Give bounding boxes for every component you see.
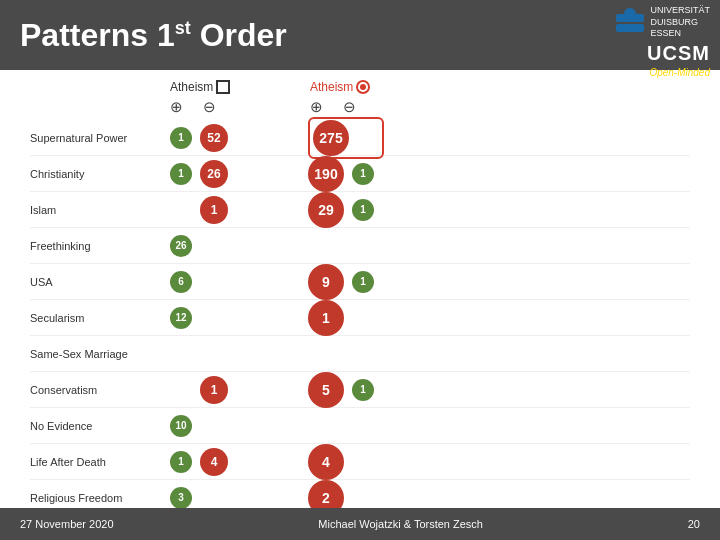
group-b: 1 bbox=[308, 300, 374, 336]
row-cells: 152275 bbox=[170, 117, 690, 159]
logo-area: UNIVERSITÄTDUISBURGESSEN UCSM Open-Minde… bbox=[616, 5, 710, 78]
group-b: 51 bbox=[308, 372, 374, 408]
table-row: No Evidence10 bbox=[30, 408, 690, 444]
data-bubble: 1 bbox=[352, 379, 374, 401]
group-b: 275 bbox=[308, 117, 384, 159]
row-label: Christianity bbox=[30, 168, 170, 180]
data-bubble: 10 bbox=[170, 415, 192, 437]
data-bubble: 1 bbox=[352, 271, 374, 293]
empty-cell bbox=[352, 307, 374, 329]
minus-symbol-2: ⊖ bbox=[343, 98, 356, 116]
row-cells: 1291 bbox=[170, 192, 690, 228]
row-label: USA bbox=[30, 276, 170, 288]
data-bubble: 190 bbox=[308, 156, 344, 192]
data-bubble: 1 bbox=[200, 376, 228, 404]
plus-symbol-2: ⊕ bbox=[310, 98, 323, 116]
sub-column-symbols: ⊕ ⊖ ⊕ ⊖ bbox=[170, 98, 690, 116]
data-bubble: 52 bbox=[200, 124, 228, 152]
column-headers: Atheism Atheism bbox=[170, 80, 690, 94]
group-a bbox=[170, 340, 280, 368]
data-bubble: 1 bbox=[170, 127, 192, 149]
empty-cell bbox=[308, 336, 344, 372]
table-row: Secularism121 bbox=[30, 300, 690, 336]
table-row: Life After Death144 bbox=[30, 444, 690, 480]
empty-cell bbox=[170, 199, 192, 221]
empty-cell bbox=[200, 412, 228, 440]
row-label: Same-Sex Marriage bbox=[30, 348, 170, 360]
row-cells bbox=[170, 336, 690, 372]
header: Patterns 1st Order UNIVERSITÄTDUISBURGES… bbox=[0, 0, 720, 70]
atheism-unchecked-group: Atheism bbox=[170, 80, 290, 94]
open-minded-text: Open-Minded bbox=[649, 67, 710, 78]
group-b: 1901 bbox=[308, 156, 374, 192]
table-row: Same-Sex Marriage bbox=[30, 336, 690, 372]
row-cells: 151 bbox=[170, 372, 690, 408]
group-a: 12 bbox=[170, 304, 280, 332]
group-b: 91 bbox=[308, 264, 374, 300]
row-label: Secularism bbox=[30, 312, 170, 324]
footer-date: 27 November 2020 bbox=[20, 518, 114, 530]
group-a: 1 bbox=[170, 196, 280, 224]
data-bubble: 4 bbox=[308, 444, 344, 480]
group-a: 126 bbox=[170, 160, 280, 188]
empty-cell bbox=[170, 379, 192, 401]
table-row: Freethinking26 bbox=[30, 228, 690, 264]
row-cells: 691 bbox=[170, 264, 690, 300]
data-bubble: 29 bbox=[308, 192, 344, 228]
data-bubble: 1 bbox=[170, 451, 192, 473]
content-area: Atheism Atheism ⊕ ⊖ ⊕ ⊖ Supernatural Pow… bbox=[0, 70, 720, 521]
data-bubble: 3 bbox=[170, 487, 192, 509]
data-bubble: 1 bbox=[170, 163, 192, 185]
table-row: Christianity1261901 bbox=[30, 156, 690, 192]
empty-cell bbox=[352, 235, 374, 257]
group-b bbox=[308, 336, 374, 372]
table-row: Islam1291 bbox=[30, 192, 690, 228]
row-label: Religious Freedom bbox=[30, 492, 170, 504]
row-cells: 10 bbox=[170, 408, 690, 444]
empty-cell bbox=[352, 487, 374, 509]
footer-page: 20 bbox=[688, 518, 700, 530]
empty-cell bbox=[308, 408, 344, 444]
atheism-checked-label: Atheism bbox=[310, 80, 353, 94]
data-bubble: 12 bbox=[170, 307, 192, 329]
data-bubble: 5 bbox=[308, 372, 344, 408]
empty-cell bbox=[352, 415, 374, 437]
footer: 27 November 2020 Michael Wojatzki & Tors… bbox=[0, 508, 720, 540]
footer-authors: Michael Wojatzki & Torsten Zesch bbox=[318, 518, 483, 530]
data-bubble: 9 bbox=[308, 264, 344, 300]
row-cells: 121 bbox=[170, 300, 690, 336]
empty-cell bbox=[357, 127, 379, 149]
table-row: Supernatural Power152275 bbox=[30, 120, 690, 156]
ucsm-logo: UCSM bbox=[647, 42, 710, 65]
row-cells: 144 bbox=[170, 444, 690, 480]
row-label: Life After Death bbox=[30, 456, 170, 468]
data-bubble: 4 bbox=[200, 448, 228, 476]
data-bubble: 1 bbox=[352, 199, 374, 221]
group-b bbox=[308, 408, 374, 444]
data-bubble: 6 bbox=[170, 271, 192, 293]
row-label: Supernatural Power bbox=[30, 132, 170, 144]
empty-cell bbox=[200, 232, 228, 260]
plus-symbol-1: ⊕ bbox=[170, 98, 183, 116]
group-b: 291 bbox=[308, 192, 374, 228]
minus-symbol-1: ⊖ bbox=[203, 98, 216, 116]
empty-cell bbox=[200, 268, 228, 296]
empty-cell bbox=[170, 343, 192, 365]
group-a: 152 bbox=[170, 124, 280, 152]
group-a: 26 bbox=[170, 232, 280, 260]
uni-icon bbox=[616, 14, 644, 32]
data-bubble: 26 bbox=[200, 160, 228, 188]
row-label: Islam bbox=[30, 204, 170, 216]
row-label: Freethinking bbox=[30, 240, 170, 252]
uni-name-text: UNIVERSITÄTDUISBURGESSEN bbox=[650, 5, 710, 40]
empty-cell bbox=[200, 340, 228, 368]
data-bubble: 1 bbox=[200, 196, 228, 224]
data-bubble: 26 bbox=[170, 235, 192, 257]
table-row: USA691 bbox=[30, 264, 690, 300]
empty-cell bbox=[308, 228, 344, 264]
checked-circle-icon bbox=[356, 80, 370, 94]
empty-cell bbox=[352, 343, 374, 365]
page-title: Patterns 1st Order bbox=[20, 17, 287, 54]
row-label: Conservatism bbox=[30, 384, 170, 396]
group-b bbox=[308, 228, 374, 264]
